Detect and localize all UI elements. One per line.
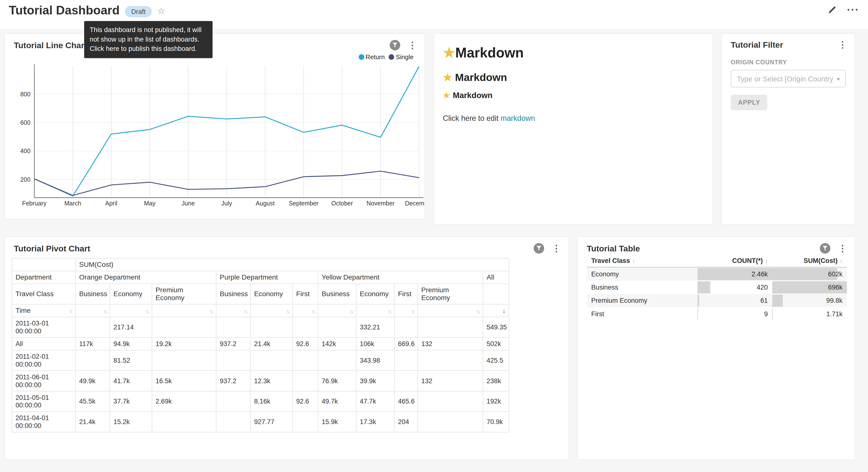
table-count-cell: 9 xyxy=(698,307,772,321)
legend-label: Return xyxy=(366,54,384,60)
line-chart-card-header: Tutorial Line Chart ⋮ xyxy=(5,34,425,50)
table-class-cell: Premium Economy xyxy=(587,294,698,307)
edit-pencil-icon[interactable] xyxy=(828,5,837,14)
sort-icon[interactable]: ↑↓ xyxy=(311,307,314,314)
pivot-cell xyxy=(152,350,216,371)
table-title: Tutorial Table xyxy=(587,243,813,253)
sort-icon[interactable]: ↑↓ xyxy=(388,307,391,314)
pivot-title: Tutorial Pivot Chart xyxy=(14,243,527,253)
origin-country-select[interactable]: Type or Select [Origin Country] ▾ xyxy=(731,70,846,87)
markdown-h1: ★Markdown xyxy=(443,45,704,61)
draft-badge[interactable]: Draft xyxy=(125,6,152,17)
legend-item[interactable]: Return xyxy=(359,54,385,60)
sort-icon[interactable]: ↑↓ xyxy=(103,307,106,314)
cell-bar xyxy=(772,268,837,280)
sort-icon[interactable]: ↕ xyxy=(632,258,635,264)
pivot-cell: 192k xyxy=(483,391,509,412)
pivot-row-label: 2011-05-01 00:00:00 xyxy=(12,391,75,412)
pivot-col-header: First xyxy=(293,284,318,304)
filter-indicator-icon[interactable] xyxy=(390,40,400,50)
table-row: Economy2.46k602k xyxy=(587,267,847,281)
sort-icon[interactable]: ↑↓ xyxy=(350,307,352,314)
pivot-cell: 937.2 xyxy=(216,337,250,350)
sort-desc-icon[interactable]: ↓ xyxy=(502,307,505,314)
data-table: Travel Class↕COUNT(*)↕SUM(Cost)↕Economy2… xyxy=(587,255,847,320)
cell-bar xyxy=(698,294,700,307)
publish-tooltip: This dashboard is not published, it will… xyxy=(84,21,213,58)
chevron-down-icon: ▾ xyxy=(837,76,840,82)
filter-card-header: Tutorial Filter ⋮ xyxy=(722,34,855,49)
svg-text:June: June xyxy=(182,200,195,207)
pivot-chart-card: Tutorial Pivot Chart ⋮ SUM(Cost)Departme… xyxy=(4,236,569,460)
pivot-row-label: 2011-02-01 00:00:00 xyxy=(12,350,75,371)
sort-icon[interactable]: ↑↓ xyxy=(210,307,213,314)
col-header-count[interactable]: COUNT(*)↕ xyxy=(698,255,772,267)
pivot-cell xyxy=(417,317,483,337)
sort-icon[interactable]: ↑↓ xyxy=(286,307,289,314)
table-card: Tutorial Table ⋮ Travel Class↕COUNT(*)↕S… xyxy=(577,236,855,460)
legend-item[interactable]: Single xyxy=(389,54,413,60)
pivot-cell: 15.2k xyxy=(110,412,152,432)
markdown-edit-link[interactable]: markdown xyxy=(500,114,535,122)
dashboard-page: Tutorial Dashboard Draft ☆ ··· This dash… xyxy=(0,0,868,472)
kebab-menu-icon[interactable]: ⋮ xyxy=(551,244,562,253)
table-class-cell: Economy xyxy=(587,267,698,281)
kebab-menu-icon[interactable]: ⋮ xyxy=(407,40,418,50)
pivot-cell: 45.5k xyxy=(75,391,110,412)
pivot-cell: 502k xyxy=(483,337,509,350)
pivot-cell: 8.16k xyxy=(250,391,292,412)
pivot-cell xyxy=(75,317,110,337)
pivot-col-header: Premium Economy xyxy=(152,284,216,304)
kebab-menu-icon[interactable]: ⋮ xyxy=(837,244,848,253)
sort-icon[interactable]: ↕ xyxy=(840,258,842,264)
pivot-cell xyxy=(293,371,318,391)
filter-indicator-icon[interactable] xyxy=(820,243,830,254)
svg-text:August: August xyxy=(256,200,275,207)
filter-title: Tutorial Filter xyxy=(731,40,830,49)
pivot-cell: 49.7k xyxy=(318,391,356,412)
pivot-cell xyxy=(216,391,250,412)
table-sum-cell: 99.8k xyxy=(772,294,847,307)
table-class-cell: First xyxy=(587,307,698,321)
kebab-menu-icon[interactable]: ⋮ xyxy=(837,40,848,49)
favorite-star-icon[interactable]: ☆ xyxy=(157,6,165,16)
svg-text:September: September xyxy=(289,200,319,207)
pivot-row: 2011-02-01 00:00:0081.52343.98425.5 xyxy=(12,350,509,371)
pivot-row: 2011-03-01 00:00:00217.14332.21549.35 xyxy=(12,317,509,337)
pivot-sort-cell: ↑↓ xyxy=(293,304,318,317)
svg-text:400: 400 xyxy=(20,147,31,154)
sort-icon[interactable]: ↑↓ xyxy=(145,307,148,314)
table-count-cell: 61 xyxy=(698,294,772,307)
sort-icon[interactable]: ↑↓ xyxy=(476,307,479,314)
pivot-cell xyxy=(417,412,483,432)
pivot-card-header: Tutorial Pivot Chart ⋮ xyxy=(5,237,568,254)
svg-text:April: April xyxy=(105,200,117,207)
table-sum-cell: 1.71k xyxy=(772,307,847,321)
sort-icon[interactable]: ↑↓ xyxy=(244,307,247,314)
col-header-travel-class[interactable]: Travel Class↕ xyxy=(587,255,698,267)
apply-button[interactable]: APPLY xyxy=(731,95,767,110)
markdown-h3: ★Markdown xyxy=(443,91,704,99)
svg-text:February: February xyxy=(22,200,47,207)
cell-bar xyxy=(698,308,698,320)
table-row: Business420696k xyxy=(587,281,847,294)
more-options-icon[interactable]: ··· xyxy=(847,5,859,14)
line-chart-plot[interactable]: 200400600800FebruaryMarchAprilMayJuneJul… xyxy=(5,61,425,212)
sort-icon[interactable]: ↑↓ xyxy=(69,307,72,314)
pivot-col-header: Economy xyxy=(110,284,152,304)
pivot-cell: 92.6 xyxy=(293,337,318,350)
sort-icon[interactable]: ↕ xyxy=(765,258,768,264)
svg-text:March: March xyxy=(64,200,81,207)
pivot-cell xyxy=(293,317,318,337)
pivot-cell xyxy=(318,350,356,371)
pivot-row: 2011-04-01 00:00:0021.4k15.2k927.7715.9k… xyxy=(12,412,509,432)
col-header-sum[interactable]: SUM(Cost)↕ xyxy=(772,255,847,267)
pivot-corner-cell xyxy=(12,258,75,271)
sort-icon[interactable]: ↑↓ xyxy=(411,307,414,314)
markdown-content: ★Markdown ★Markdown ★Markdown Click here… xyxy=(434,34,712,122)
line-chart-card: Tutorial Line Chart ⋮ ReturnSingle 20040… xyxy=(4,33,425,219)
cell-bar xyxy=(698,281,710,293)
pivot-sort-cell: ↑↓ xyxy=(356,304,394,317)
pivot-group-header: Purple Department xyxy=(216,271,318,284)
filter-indicator-icon[interactable] xyxy=(533,243,544,254)
